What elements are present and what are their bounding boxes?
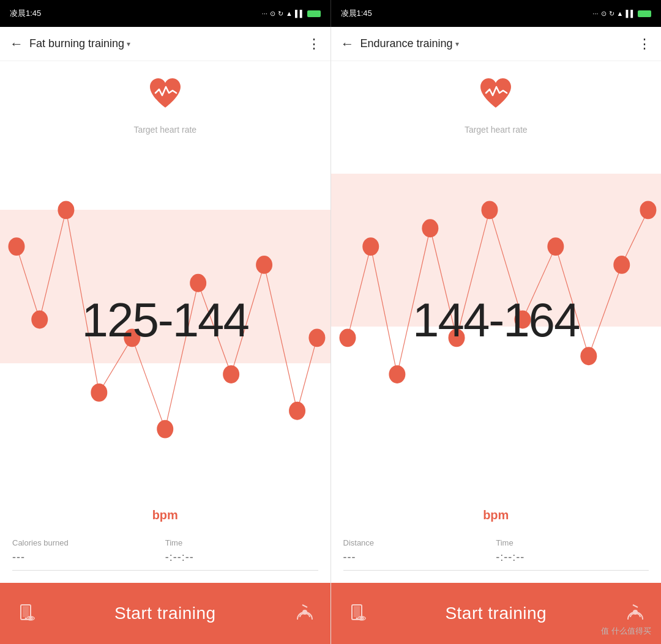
heart-area-left xyxy=(0,61,330,120)
title-wrap-right: Endurance training ▾ xyxy=(360,37,638,50)
svg-line-35 xyxy=(633,605,638,607)
stat-time-divider-left xyxy=(165,570,318,571)
stat-distance-value: --- xyxy=(343,551,496,564)
start-btn-left-icons xyxy=(15,602,37,624)
start-training-label-left: Start training xyxy=(114,604,216,623)
dropdown-icon-right[interactable]: ▾ xyxy=(455,40,459,48)
panel-title-right: Endurance training xyxy=(360,37,453,50)
svg-point-6 xyxy=(190,274,206,292)
stats-row-left: Calories burned --- Time -:--:-- xyxy=(0,528,330,583)
panel-title-left: Fat burning training xyxy=(29,37,124,50)
stat-distance: Distance --- xyxy=(343,538,496,571)
chart-container-left: 125-144 xyxy=(0,137,330,502)
svg-point-0 xyxy=(8,237,24,256)
heart-rate-icon-right xyxy=(477,76,514,110)
svg-point-2 xyxy=(58,201,74,219)
stat-calories-value: --- xyxy=(12,551,165,564)
dropdown-icon-left[interactable]: ▾ xyxy=(127,40,130,48)
svg-rect-30 xyxy=(354,606,360,617)
svg-point-27 xyxy=(613,256,630,274)
heart-rate-range-left: 125-144 xyxy=(82,292,248,347)
heart-area-right xyxy=(331,61,662,120)
phone-icon-left xyxy=(15,602,37,624)
status-bar-left: 凌晨1:45 ··· ⊙ ↻ ▲ ▌▌ xyxy=(0,0,331,27)
svg-point-20 xyxy=(389,365,405,383)
svg-point-19 xyxy=(362,237,379,256)
stat-time-value-right: -:--:-- xyxy=(496,551,649,564)
stat-distance-divider xyxy=(343,570,496,571)
stats-row-right: Distance --- Time -:--:-- xyxy=(331,528,662,583)
signal-icon-left xyxy=(294,601,316,623)
svg-point-13 xyxy=(25,618,27,620)
svg-point-26 xyxy=(580,347,597,365)
svg-point-25 xyxy=(547,237,564,256)
target-label-left: Target heart rate xyxy=(0,120,330,137)
chart-section-right: Target heart rate 144-164 xyxy=(331,120,662,528)
start-btn-right-icon-left xyxy=(294,601,316,626)
svg-line-17 xyxy=(302,605,307,607)
stat-time-label-right: Time xyxy=(496,538,649,547)
start-training-label-right: Start training xyxy=(445,604,547,623)
bpm-label-right: bpm xyxy=(331,502,662,528)
svg-point-28 xyxy=(640,201,656,219)
status-icons-left: ··· ⊙ ↻ ▲ ▌▌ xyxy=(262,10,321,18)
svg-point-3 xyxy=(91,383,107,402)
title-wrap-left: Fat burning training ▾ xyxy=(29,37,307,50)
panels-container: ← Fat burning training ▾ ⋮ Target heart … xyxy=(0,27,661,644)
panel-endurance: ← Endurance training ▾ ⋮ Target heart ra… xyxy=(331,27,662,644)
header-fat-burning: ← Fat burning training ▾ ⋮ xyxy=(0,27,330,61)
svg-point-31 xyxy=(356,618,357,620)
status-bar-right: 凌晨1:45 ··· ⊙ ↻ ▲ ▌▌ xyxy=(331,0,662,27)
stat-time-divider-right xyxy=(496,570,649,571)
stat-time-value-left: -:--:-- xyxy=(165,551,318,564)
status-bars: 凌晨1:45 ··· ⊙ ↻ ▲ ▌▌ 凌晨1:45 ··· ⊙ ↻ ▲ ▌▌ xyxy=(0,0,661,27)
back-button-right[interactable]: ← xyxy=(341,36,354,52)
svg-point-10 xyxy=(308,328,325,347)
signal-icon-right xyxy=(624,601,646,623)
more-icon-left[interactable]: ⋮ xyxy=(307,36,321,52)
bpm-label-left: bpm xyxy=(0,502,330,528)
svg-point-23 xyxy=(481,201,498,219)
stat-time-label-left: Time xyxy=(165,538,318,547)
chart-section-left: Target heart rate 125-144 xyxy=(0,120,330,528)
heart-rate-icon-left xyxy=(147,76,184,110)
svg-point-18 xyxy=(339,328,356,347)
svg-point-1 xyxy=(31,311,48,329)
svg-point-8 xyxy=(256,256,272,274)
start-btn-left-icons-right xyxy=(346,602,368,624)
back-button-left[interactable]: ← xyxy=(10,36,23,52)
stat-time-left: Time -:--:-- xyxy=(165,538,318,571)
svg-point-9 xyxy=(289,402,305,420)
stat-calories-label: Calories burned xyxy=(12,538,165,547)
battery-icon-right xyxy=(638,10,651,17)
svg-point-5 xyxy=(157,420,173,439)
status-icons-right: ··· ⊙ ↻ ▲ ▌▌ xyxy=(592,10,651,18)
heart-rate-range-right: 144-164 xyxy=(413,292,579,347)
battery-icon-left xyxy=(307,10,321,17)
svg-point-21 xyxy=(422,219,438,237)
time-left: 凌晨1:45 xyxy=(10,8,41,19)
header-endurance: ← Endurance training ▾ ⋮ xyxy=(331,27,662,61)
start-training-button-left[interactable]: Start training xyxy=(0,583,330,644)
target-label-right: Target heart rate xyxy=(331,120,662,137)
svg-point-7 xyxy=(223,365,239,383)
more-icon-right[interactable]: ⋮ xyxy=(638,36,651,52)
start-btn-right-icon-right xyxy=(624,601,646,626)
stat-time-right: Time -:--:-- xyxy=(496,538,649,571)
stat-calories: Calories burned --- xyxy=(12,538,165,571)
stat-distance-label: Distance xyxy=(343,538,496,547)
phone-icon-right xyxy=(346,602,368,624)
panel-fat-burning: ← Fat burning training ▾ ⋮ Target heart … xyxy=(0,27,331,644)
stat-calories-divider xyxy=(12,570,165,571)
time-right: 凌晨1:45 xyxy=(341,8,372,19)
chart-container-right: 144-164 xyxy=(331,137,662,502)
watermark: 值 什么值得买 xyxy=(601,626,651,637)
svg-rect-12 xyxy=(23,606,29,617)
